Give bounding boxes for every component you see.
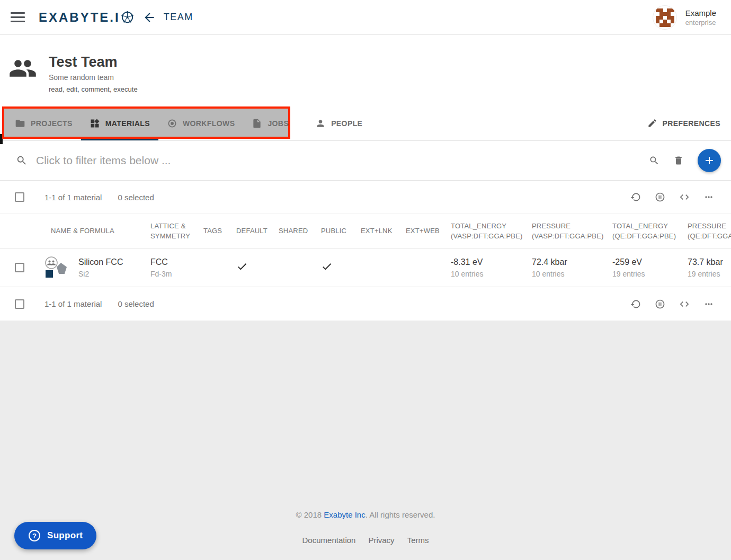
- more-icon[interactable]: [703, 192, 714, 202]
- row-name-cell: Silicon FCC Si2: [36, 256, 137, 279]
- filter-actions: [649, 149, 721, 172]
- column-header-total-energy-vasp[interactable]: TOTAL_ENERGY(VASP:DFT:GGA:PBE): [437, 221, 518, 242]
- material-name[interactable]: Silicon FCC: [78, 257, 123, 267]
- row-checkbox[interactable]: [15, 263, 24, 272]
- column-header-pressure-qe[interactable]: PRESSURE(QE:DFT:GGA:PBE): [674, 221, 731, 242]
- restore-icon[interactable]: [630, 192, 641, 202]
- back-icon[interactable]: [142, 11, 156, 24]
- tab-projects[interactable]: PROJECTS: [6, 106, 81, 140]
- select-all-checkbox[interactable]: [15, 192, 24, 202]
- tab-materials[interactable]: MATERIALS: [81, 106, 158, 140]
- material-thumbnail-icon: [43, 256, 69, 279]
- list-actions: [630, 192, 714, 202]
- check-icon: [321, 261, 333, 272]
- page-title: TEAM: [164, 12, 193, 23]
- total-energy-qe-entries: 19 entries: [612, 270, 674, 278]
- account-menu[interactable]: Example enterprise: [653, 5, 716, 30]
- footer-links: Documentation Privacy Terms: [0, 536, 731, 545]
- preferences-label: PREFERENCES: [663, 119, 720, 128]
- folder-icon: [15, 118, 25, 129]
- symmetry-value: Fd-3m: [150, 270, 190, 278]
- copyright-prefix: © 2018: [296, 510, 324, 519]
- column-header-default[interactable]: DEFAULT: [222, 226, 265, 236]
- menu-icon[interactable]: [11, 10, 25, 25]
- column-header-shared[interactable]: SHARED: [265, 226, 307, 236]
- preferences-button[interactable]: PREFERENCES: [647, 106, 720, 140]
- filter-bar: [0, 141, 731, 181]
- column-header-tags[interactable]: TAGS: [190, 226, 222, 236]
- column-header-public[interactable]: PUBLIC: [307, 226, 347, 236]
- table-row[interactable]: Silicon FCC Si2 FCC Fd-3m -8.31 eV 10 en…: [0, 248, 731, 287]
- delete-icon[interactable]: [673, 155, 684, 166]
- tab-label: MATERIALS: [105, 119, 150, 128]
- support-button[interactable]: ? Support: [14, 522, 96, 549]
- tabs: PROJECTS MATERIALS WORKFLOWS JOBS PEOPLE: [0, 106, 731, 140]
- row-pressure-vasp-cell: 72.4 kbar 10 entries: [518, 257, 599, 278]
- tab-workflows[interactable]: WORKFLOWS: [158, 106, 243, 140]
- logo-text: EXABYTE.I: [39, 10, 120, 25]
- add-button[interactable]: [698, 149, 721, 172]
- link-documentation[interactable]: Documentation: [302, 536, 356, 545]
- selected-count: 0 selected: [118, 193, 154, 202]
- pressure-vasp-entries: 10 entries: [532, 270, 599, 278]
- add-icon: [703, 154, 716, 167]
- account-name: Example: [685, 8, 716, 17]
- column-header-total-energy-qe[interactable]: TOTAL_ENERGY(QE:DFT:GGA:PBE): [599, 221, 674, 242]
- copyright-text: © 2018 Exabyte Inc. All rights reserved.: [0, 510, 731, 519]
- tab-jobs[interactable]: JOBS: [243, 106, 297, 140]
- link-terms[interactable]: Terms: [407, 536, 429, 545]
- team-description: Some random team: [49, 73, 114, 82]
- total-energy-vasp-entries: 10 entries: [451, 270, 518, 278]
- column-header-lattice[interactable]: LATTICE &SYMMETRY: [137, 221, 190, 242]
- copyright-suffix: . All rights reserved.: [366, 510, 435, 519]
- select-all-checkbox-bottom[interactable]: [15, 299, 24, 309]
- total-energy-qe-value: -259 eV: [612, 257, 674, 267]
- app-window: EXABYTE.I TEAM: [0, 0, 731, 560]
- column-header-extlnk[interactable]: EXT+LNK: [347, 226, 392, 236]
- row-pressure-qe-cell: 73.7 kbar 19 entries: [674, 257, 731, 278]
- pause-icon[interactable]: [655, 192, 665, 202]
- row-total-energy-qe-cell: -259 eV 19 entries: [599, 257, 674, 278]
- team-permissions: read, edit, comment, execute: [49, 85, 138, 93]
- app-logo[interactable]: EXABYTE.I: [39, 10, 134, 25]
- tab-people[interactable]: PEOPLE: [307, 106, 371, 140]
- link-privacy[interactable]: Privacy: [368, 536, 394, 545]
- row-public-cell: [307, 261, 347, 274]
- table-header-row: NAME & FORMULA LATTICE &SYMMETRY TAGS DE…: [0, 214, 731, 248]
- list-controls-top: 1-1 of 1 material 0 selected: [0, 181, 731, 214]
- top-app-bar: EXABYTE.I TEAM: [0, 0, 731, 35]
- check-icon: [236, 261, 248, 272]
- support-label: Support: [47, 530, 83, 541]
- row-default-cell: [222, 261, 265, 274]
- jobs-icon: [252, 118, 262, 129]
- company-link[interactable]: Exabyte Inc: [324, 510, 365, 519]
- column-header-pressure-vasp[interactable]: PRESSURE(VASP:DFT:GGA:PBE): [518, 221, 599, 242]
- row-total-energy-vasp-cell: -8.31 eV 10 entries: [437, 257, 518, 278]
- code-icon[interactable]: [679, 192, 690, 202]
- search-action-icon[interactable]: [649, 155, 659, 166]
- filter-input[interactable]: [36, 154, 649, 167]
- search-icon: [16, 155, 28, 166]
- svg-text:?: ?: [32, 532, 37, 540]
- more-icon[interactable]: [703, 299, 714, 309]
- support-help-icon: ?: [28, 529, 41, 542]
- list-controls-bottom: 1-1 of 1 material 0 selected: [0, 287, 731, 321]
- row-check-cell: [0, 263, 36, 272]
- pause-icon[interactable]: [655, 299, 665, 309]
- column-header-extweb[interactable]: EXT+WEB: [392, 226, 437, 236]
- pressure-qe-value: 73.7 kbar: [688, 257, 731, 267]
- list-actions-bottom: [630, 299, 714, 309]
- restore-icon[interactable]: [630, 299, 641, 309]
- materials-icon: [90, 118, 100, 129]
- pressure-qe-entries: 19 entries: [688, 270, 731, 278]
- footer-area: © 2018 Exabyte Inc. All rights reserved.…: [0, 321, 731, 560]
- people-icon: [315, 118, 326, 129]
- avatar[interactable]: [653, 5, 677, 30]
- lattice-value: FCC: [150, 257, 190, 267]
- code-icon[interactable]: [679, 299, 690, 309]
- team-header: Test Team Some random team read, edit, c…: [0, 35, 731, 106]
- team-group-icon: [8, 54, 37, 83]
- column-header-name[interactable]: NAME & FORMULA: [36, 226, 137, 236]
- material-formula: Si2: [78, 270, 123, 278]
- account-plan: enterprise: [685, 19, 716, 26]
